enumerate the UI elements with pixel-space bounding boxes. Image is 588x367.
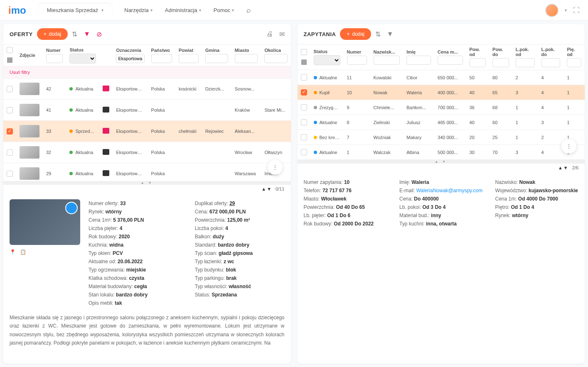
camera-icon [103,149,109,155]
grid-view-icon[interactable]: ▦ [7,56,13,64]
detail-field: Liczba pięter: 4 [89,224,178,232]
fullscreen-icon[interactable]: ⛶ [573,7,580,14]
sort-icon[interactable]: ⇅ [72,30,77,38]
row-checkbox[interactable] [7,149,13,156]
thumbnail[interactable] [20,146,39,159]
table-row[interactable]: Kupił10NowakWaleria400 000...4065341 [298,85,585,100]
detail-field: Materiał budowlany: cegła [89,282,178,291]
select-all-checkbox[interactable] [301,49,307,55]
sort-icon[interactable]: ⇅ [375,30,381,38]
print-icon[interactable]: 🖨 [266,30,273,38]
offers-pane: OFERTY +dodaj ⇅ ▼ ⊘ 🖨 ✉ ▦ZdjęcieNumerSta… [3,24,291,364]
email-link[interactable]: WaleriaNowak@armyspy.com [416,188,483,193]
detail-field: Cena: 672 000,00 PLN [195,208,285,216]
offer-detail: ▲▼0/11 📍 📋 Numer oferty: 33Rynek: wtórny… [3,184,291,364]
column-filter[interactable] [235,54,258,63]
mail-icon[interactable]: ✉ [279,30,285,38]
thumbnail[interactable] [20,104,39,116]
detail-field: Typ parkingu: brak [195,274,285,282]
nav-arrows[interactable]: ▲▼ [261,186,272,191]
nav-admin[interactable]: Administracja▾ [165,6,201,15]
row-checkbox[interactable] [301,149,307,155]
table-row[interactable]: 29AktualnaEksportowana, Wyłączn...Polska… [3,163,291,181]
row-checkbox[interactable] [7,86,13,92]
nav-menu: Narzędzia▾ Administracja▾ Pomoc▾ ⌕ [124,6,251,15]
offers-title: OFERTY [10,31,33,37]
detail-field: Typ ścian: gładź gipsowa [195,249,285,257]
oznaczenia-filter[interactable] [116,54,144,63]
table-row[interactable]: Aktualne8ZielinskiJuliusz485 000...40601… [298,115,585,130]
row-checkbox[interactable] [7,171,13,177]
column-filter[interactable] [347,56,367,65]
table-row[interactable]: 41AktualnaEksportowana, Wyłączn...Polska… [3,100,291,121]
search-icon[interactable]: ⌕ [246,6,251,15]
table-row[interactable]: 33SprzedanaEksportowana, Umowa,...Polska… [3,121,291,142]
more-actions-button[interactable]: ⋮ [561,139,576,154]
detail-field: Rynek: wtórny [495,211,579,220]
camera-icon [103,86,109,91]
user-avatar[interactable] [545,4,558,17]
filter-clear-icon[interactable]: ⊘ [96,30,102,38]
more-actions-button[interactable]: ⋮ [268,160,283,175]
camera-icon [103,170,109,176]
column-filter[interactable] [374,56,400,65]
detail-field: Klatka schodowa: czysta [89,274,178,282]
column-filter[interactable] [46,54,63,63]
detail-field: Powierzchnia: Od 40 Do 65 [304,203,387,211]
active-tab[interactable]: Mieszkania Sprzedaż▾ [39,4,112,17]
detail-photo[interactable] [10,199,80,245]
row-checkbox[interactable] [301,89,307,95]
table-row[interactable]: 42AktualnaEksportowana, Wyłączn...Polska… [3,78,291,100]
detail-field: Typ własności: własność [195,282,285,291]
thumbnail[interactable] [20,167,39,180]
table-row[interactable]: Bez kredytu7WoźniakMakary340 000...20251… [298,130,585,145]
column-filter[interactable] [516,58,535,67]
column-filter[interactable] [406,56,431,65]
row-checkbox[interactable] [301,134,307,140]
row-checkbox[interactable] [301,74,307,81]
column-filter[interactable] [492,58,509,67]
nav-arrows[interactable]: ▲▼ [558,165,569,170]
column-filter[interactable] [264,54,287,63]
table-row[interactable]: Aktualne11KowalskiCibor650 000...5080241 [298,70,585,85]
detail-field: Cena 1m²: 5 376,00 PLN [89,216,178,224]
remove-filters-link[interactable]: Usuń filtry [3,66,291,78]
horizontal-splitter[interactable] [3,181,291,184]
nav-tools[interactable]: Narzędzia▾ [124,6,153,15]
row-checkbox[interactable] [7,128,13,135]
detail-field: Typ ogrzewania: miejskie [89,266,178,274]
row-checkbox[interactable] [301,119,307,125]
detail-field: Status: Sprzedana [195,291,285,299]
column-filter[interactable] [438,56,463,65]
thumbnail[interactable] [20,83,39,95]
row-checkbox[interactable] [301,104,307,110]
grid-view-icon[interactable]: ▦ [301,58,307,66]
add-offer-button[interactable]: +dodaj [37,28,68,40]
select-all-checkbox[interactable] [7,47,13,53]
status-filter[interactable] [314,55,340,65]
nav-help[interactable]: Pomoc▾ [214,6,234,15]
filter-icon[interactable]: ▼ [84,30,90,38]
detail-field: Imię: Waleria [399,178,483,186]
location-icon[interactable]: 📍 [10,249,16,255]
table-row[interactable]: Zrezygnował9Chmiele...Bartłom...700 000.… [298,100,585,115]
column-filter[interactable] [567,58,581,67]
add-inquiry-button[interactable]: +dodaj [340,28,371,40]
column-filter[interactable] [151,54,172,63]
camera-icon [103,128,109,134]
notes-icon[interactable]: 📋 [20,249,26,255]
column-filter[interactable] [541,58,561,67]
column-filter[interactable] [470,58,486,67]
column-filter[interactable] [179,54,199,63]
horizontal-splitter[interactable] [298,160,585,163]
thumbnail[interactable] [20,125,39,137]
detail-field: Miasto: Włocławek [304,195,387,203]
row-checkbox[interactable] [7,107,13,113]
status-filter[interactable] [69,54,96,64]
filter-icon[interactable]: ▼ [387,30,394,38]
detail-field: Rok budowy: 2020 [89,232,178,241]
column-filter[interactable] [205,54,228,63]
table-row[interactable]: 32AktualnaEksportowana, Wyłączn...Polska… [3,142,291,163]
table-row[interactable]: Aktualne1WalczakAlbina500 000...3070341 [298,145,585,160]
detail-field: Piętro: Od 1 Do 4 [495,203,579,211]
